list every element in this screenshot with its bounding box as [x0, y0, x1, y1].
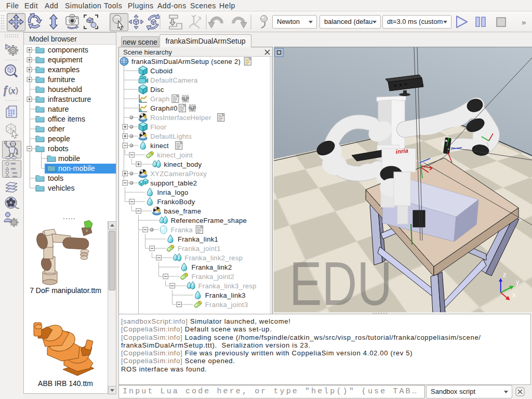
svg-text:Franka: Franka: [171, 226, 193, 234]
svg-text:ReferenceFrame_shape: ReferenceFrame_shape: [171, 217, 247, 224]
svg-text:Franka_link1: Franka_link1: [178, 235, 218, 243]
svg-text:Cuboid: Cuboid: [150, 67, 172, 75]
svg-text:Franka_link3: Franka_link3: [205, 291, 246, 299]
svg-text:Disc: Disc: [150, 86, 164, 94]
svg-text:EDU: EDU: [289, 249, 392, 312]
svg-text:kinect: kinect: [150, 142, 169, 150]
svg-text:kinect_body: kinect_body: [164, 161, 202, 168]
svg-text:vehicles: vehicles: [48, 184, 75, 192]
svg-text:mobile: mobile: [58, 154, 80, 163]
svg-text:Graph#0: Graph#0: [150, 104, 178, 112]
svg-text:furniture: furniture: [48, 75, 75, 84]
svg-text:Graph: Graph: [150, 95, 170, 103]
svg-text:other: other: [48, 125, 65, 133]
svg-text:x: x: [10, 86, 16, 96]
svg-text:tools: tools: [48, 174, 63, 182]
svg-text:Franka_link2_resp: Franka_link2_resp: [184, 254, 243, 262]
svg-text:Franka_joint2: Franka_joint2: [191, 273, 234, 281]
svg-text:people: people: [48, 135, 70, 143]
svg-text:Inria_logo: Inria_logo: [157, 189, 188, 196]
svg-text:equipment: equipment: [48, 56, 83, 64]
svg-text:Floor: Floor: [150, 123, 166, 131]
svg-text:): ): [16, 86, 18, 95]
svg-text:Franka_link2: Franka_link2: [191, 263, 232, 271]
svg-text:nature: nature: [48, 105, 69, 113]
svg-text:DefaultCamera: DefaultCamera: [150, 76, 198, 84]
svg-text:RosInterfaceHelper: RosInterfaceHelper: [150, 114, 211, 122]
svg-text:examples: examples: [48, 65, 79, 74]
svg-text:robots: robots: [48, 144, 69, 153]
svg-text:components: components: [48, 46, 88, 54]
svg-text:z: z: [503, 271, 507, 278]
svg-text:household: household: [48, 85, 82, 94]
svg-text:x: x: [512, 291, 516, 299]
svg-text:DefaultLights: DefaultLights: [150, 132, 192, 140]
svg-text:kinect_joint: kinect_joint: [157, 151, 193, 159]
svg-text:support_table2: support_table2: [150, 179, 197, 187]
svg-text:office items: office items: [48, 115, 85, 123]
svg-text:f: f: [4, 84, 8, 96]
svg-text:Franka_joint1: Franka_joint1: [178, 245, 221, 252]
svg-text:XYZCameraProxy: XYZCameraProxy: [150, 170, 207, 178]
svg-text:non-mobile: non-mobile: [58, 164, 95, 172]
svg-text:frankaSimDualArmSetup (scene 2: frankaSimDualArmSetup (scene 2): [131, 58, 241, 65]
svg-text:base_frame: base_frame: [164, 207, 202, 215]
svg-text:Franka_joint3: Franka_joint3: [205, 301, 248, 309]
svg-text:Franka_link3_resp: Franka_link3_resp: [198, 282, 257, 290]
svg-text:y: y: [516, 278, 520, 286]
svg-text:FrankoBody: FrankoBody: [157, 198, 195, 206]
svg-text:infrastructure: infrastructure: [48, 95, 91, 103]
